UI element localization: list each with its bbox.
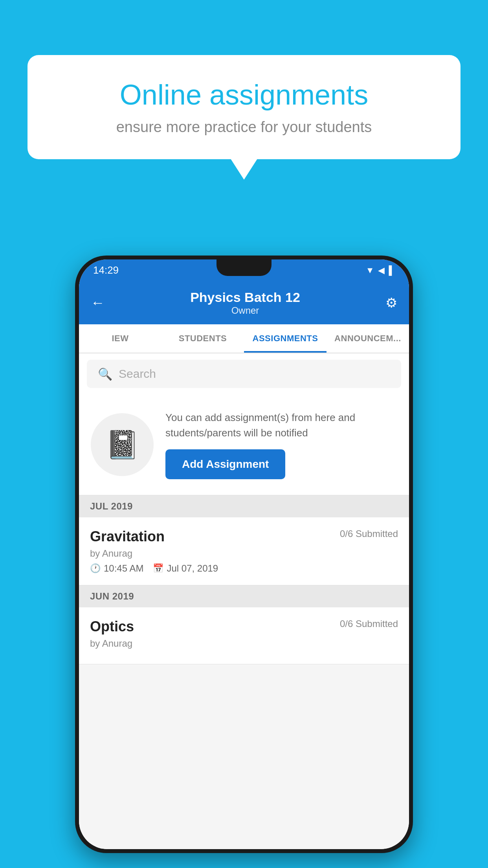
speech-bubble-container: Online assignments ensure more practice …: [28, 55, 460, 159]
add-assignment-button[interactable]: Add Assignment: [165, 449, 285, 479]
speech-bubble: Online assignments ensure more practice …: [28, 55, 460, 159]
bubble-subtitle: ensure more practice for your students: [59, 119, 429, 136]
tab-iew[interactable]: IEW: [79, 324, 161, 353]
phone-inner: 14:29 ▼ ◀ ▌ ← Physics Batch 12 Owner ⚙ I…: [79, 259, 409, 849]
battery-icon: ▌: [389, 265, 395, 276]
meta-date: 📅 Jul 07, 2019: [153, 563, 218, 574]
header-center: Physics Batch 12 Owner: [190, 290, 300, 316]
content-area: 🔍 Search 📓 You can add assignment(s) fro…: [79, 353, 409, 849]
add-assignment-desc: You can add assignment(s) from here and …: [165, 410, 397, 441]
assignment-header-optics: Optics 0/6 Submitted: [90, 618, 398, 635]
assignment-meta: 🕐 10:45 AM 📅 Jul 07, 2019: [90, 563, 398, 574]
assignment-submitted-optics: 0/6 Submitted: [340, 618, 398, 629]
phone-notch: [216, 259, 272, 276]
assignment-item-optics[interactable]: Optics 0/6 Submitted by Anurag: [79, 607, 409, 664]
search-bar[interactable]: 🔍 Search: [87, 360, 401, 388]
meta-time: 🕐 10:45 AM: [90, 563, 143, 574]
month-separator-jun: JUN 2019: [79, 585, 409, 607]
assignment-by-optics: by Anurag: [90, 638, 398, 649]
tab-assignments[interactable]: ASSIGNMENTS: [244, 324, 327, 353]
header-title: Physics Batch 12: [190, 290, 300, 305]
tabs-bar: IEW STUDENTS ASSIGNMENTS ANNOUNCEM...: [79, 324, 409, 353]
add-assignment-right: You can add assignment(s) from here and …: [165, 410, 397, 479]
header-subtitle: Owner: [190, 305, 300, 316]
settings-icon[interactable]: ⚙: [385, 295, 397, 311]
assignment-item-gravitation[interactable]: Gravitation 0/6 Submitted by Anurag 🕐 10…: [79, 517, 409, 585]
assignment-name: Gravitation: [90, 528, 165, 545]
notebook-icon: 📓: [105, 428, 139, 461]
tab-announcements[interactable]: ANNOUNCEM...: [327, 324, 409, 353]
assignment-header: Gravitation 0/6 Submitted: [90, 528, 398, 545]
clock-icon: 🕐: [90, 563, 101, 574]
assignment-time: 10:45 AM: [104, 563, 143, 574]
phone-mockup: 14:29 ▼ ◀ ▌ ← Physics Batch 12 Owner ⚙ I…: [75, 256, 413, 853]
add-assignment-card: 📓 You can add assignment(s) from here an…: [79, 394, 409, 495]
back-button[interactable]: ←: [91, 294, 105, 311]
signal-icon: ◀: [378, 265, 385, 276]
search-placeholder: Search: [119, 367, 156, 381]
search-icon: 🔍: [98, 367, 112, 381]
assignment-by: by Anurag: [90, 548, 398, 559]
calendar-icon: 📅: [153, 563, 163, 574]
status-icons: ▼ ◀ ▌: [366, 265, 395, 276]
assignment-name-optics: Optics: [90, 618, 134, 635]
app-header: ← Physics Batch 12 Owner ⚙: [79, 281, 409, 324]
month-separator-jul: JUL 2019: [79, 495, 409, 517]
tab-students[interactable]: STUDENTS: [161, 324, 244, 353]
wifi-icon: ▼: [366, 265, 374, 276]
assignment-date: Jul 07, 2019: [167, 563, 218, 574]
status-time: 14:29: [93, 264, 119, 276]
assignment-submitted: 0/6 Submitted: [340, 528, 398, 539]
assignment-icon-circle: 📓: [91, 413, 154, 476]
search-bar-container: 🔍 Search: [79, 353, 409, 394]
bubble-title: Online assignments: [59, 79, 429, 111]
